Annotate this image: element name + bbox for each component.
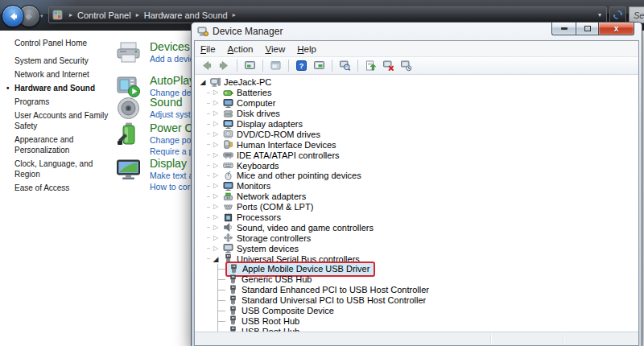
sidebar-item-control-panel-home[interactable]: Control Panel Home [14,38,111,48]
breadcrumb-item[interactable]: Hardware and Sound [144,10,228,20]
sidebar-item-appearance-and-personalization[interactable]: Appearance and Personalization [14,134,111,155]
tree-row[interactable]: ▷Storage controllers [196,233,638,243]
tree-row[interactable]: ▷System devices [196,243,638,253]
tree-expander-expanded-icon[interactable]: ◢ [198,77,208,87]
tree-expander-collapsed-icon[interactable]: ▷ [211,88,221,97]
sidebar-item-programs[interactable]: Programs [14,97,111,107]
tree-node[interactable]: Standard Enhanced PCI to USB Host Contro… [225,285,431,295]
tree-node[interactable]: Processors [221,212,283,223]
tree-expander-collapsed-icon[interactable]: ▷ [211,130,221,139]
tree-row[interactable]: Standard Enhanced PCI to USB Host Contro… [196,285,638,295]
tree-node[interactable]: USB Composite Device [225,306,336,316]
tree-node[interactable]: Ports (COM & LPT) [221,202,316,212]
tree-row[interactable]: ▷IDE ATA/ATAPI controllers [196,150,638,160]
tree-node[interactable]: Display adapters [221,119,305,130]
console-tree-icon[interactable] [242,59,258,73]
tree-node[interactable]: Disk drives [221,109,283,119]
tree-row[interactable]: Generic USB Hub [196,274,638,285]
tree-node[interactable]: USB Root Hub [225,326,302,332]
sidebar-item-clock-language-and-region[interactable]: Clock, Language, and Region [14,159,111,179]
tree-row[interactable]: ▷DVD/CD-ROM drives [196,129,638,139]
tree-node[interactable]: Batteries [221,88,274,98]
tree-row[interactable]: ▷Sound, video and game controllers [196,222,638,233]
tree-node[interactable]: System devices [221,243,301,253]
tree-row[interactable]: ▷Processors [196,212,638,223]
tree-row[interactable]: ▷Network adapters [196,192,638,202]
breadcrumb-item[interactable]: Control Panel [77,10,131,20]
uninstall-icon[interactable] [381,59,396,73]
tree-node[interactable]: Human Interface Devices [221,139,339,150]
tree-row[interactable]: USB Root Hub [196,326,638,332]
tree-expander-collapsed-icon[interactable]: ▷ [211,98,221,108]
tree-row[interactable]: Apple Mobile Device USB Driver [196,264,638,274]
sidebar-item-network-and-internet[interactable]: Network and Internet [14,69,111,80]
tree-row[interactable]: USB Composite Device [196,306,638,316]
back-arrow-icon[interactable] [199,59,214,73]
maximize-button[interactable] [576,23,599,35]
search-input[interactable]: Se [629,6,644,23]
tree-row[interactable]: ▷Monitors [196,181,638,192]
window-icon[interactable] [268,59,283,73]
tree-row[interactable]: ▷Human Interface Devices [196,139,638,150]
tree-node[interactable]: Standard Universal PCI to USB Host Contr… [225,295,428,306]
tree-expander-collapsed-icon[interactable]: ▷ [211,161,221,171]
tree-expander-expanded-icon[interactable]: ◢ [211,254,221,264]
properties-icon[interactable] [312,59,327,73]
tree-node[interactable]: Network adapters [221,192,308,202]
tree-expander-collapsed-icon[interactable]: ▷ [211,140,221,150]
menu-view[interactable]: View [266,44,286,54]
tree-node[interactable]: USB Root Hub [225,315,302,326]
tree-expander-collapsed-icon[interactable]: ▷ [211,223,221,233]
tree-expander-collapsed-icon[interactable]: ▷ [211,119,221,129]
menu-file[interactable]: File [200,44,216,54]
tree-expander-collapsed-icon[interactable]: ▷ [211,171,221,180]
menu-help[interactable]: Help [297,44,316,54]
tree-expander-collapsed-icon[interactable]: ▷ [211,202,221,212]
disable-icon[interactable] [398,59,414,73]
help-icon[interactable]: ? [294,59,309,73]
tree-row[interactable]: ◢JeeJack-PC [196,77,638,88]
tree-node[interactable]: Storage controllers [221,233,313,243]
forward-arrow-icon[interactable] [217,59,232,73]
sidebar-item-ease-of-access[interactable]: Ease of Access [14,183,111,193]
minimize-button[interactable] [551,23,576,35]
tree-expander-collapsed-icon[interactable]: ▷ [211,212,221,222]
refresh-button[interactable] [609,6,626,23]
tree-node[interactable]: Generic USB Hub [225,274,314,285]
close-button[interactable]: x [599,23,634,35]
tree-expander-collapsed-icon[interactable]: ▷ [211,181,221,191]
tree-expander-collapsed-icon[interactable]: ▷ [211,150,221,160]
address-dropdown-chevron-icon[interactable]: ▾ [598,11,601,19]
tree-row[interactable]: Standard Universal PCI to USB Host Contr… [196,295,638,306]
tree-node[interactable]: DVD/CD-ROM drives [221,129,323,139]
tree-node[interactable]: Computer [221,98,278,109]
tree-row[interactable]: USB Root Hub [196,315,638,326]
tree-expander-collapsed-icon[interactable]: ▷ [211,244,221,253]
tree-node[interactable]: Sound, video and game controllers [221,222,376,233]
tree-node[interactable]: IDE ATA/ATAPI controllers [221,150,342,160]
tree-node[interactable]: Mice and other pointing devices [221,171,364,181]
tree-row[interactable]: ▷Display adapters [196,119,638,130]
sidebar-item-user-accounts-and-family-safety[interactable]: User Accounts and Family Safety [14,110,111,131]
scan-hardware-icon[interactable] [337,59,353,73]
tree-row[interactable]: ▷Keyboards [196,160,638,171]
tree-expander-collapsed-icon[interactable]: ▷ [211,233,221,243]
tree-node[interactable]: Keyboards [221,160,282,171]
tree-row[interactable]: ▷Computer [196,98,638,109]
tree-node[interactable]: JeeJack-PC [208,77,274,88]
back-button[interactable] [2,5,24,27]
tree-expander-collapsed-icon[interactable]: ▷ [211,109,221,118]
tree-connector [213,274,225,285]
sidebar-item-hardware-and-sound[interactable]: Hardware and Sound [14,83,111,93]
sidebar-item-system-and-security[interactable]: System and Security [14,56,111,66]
update-driver-icon[interactable] [363,59,378,73]
menu-action[interactable]: Action [228,44,254,54]
recent-pages-chevron-icon[interactable]: ▾ [40,13,43,19]
tree-row[interactable]: ▷Batteries [196,88,638,98]
address-bar[interactable]: ▸Control Panel▸Hardware and Sound▸ ▾ [48,6,607,23]
tree-node[interactable]: Monitors [221,181,273,192]
tree-row[interactable]: ▷Disk drives [196,109,638,119]
tree-expander-collapsed-icon[interactable]: ▷ [211,192,221,201]
tree-row[interactable]: ▷Ports (COM & LPT) [196,202,638,212]
tree-row[interactable]: ▷Mice and other pointing devices [196,171,638,181]
